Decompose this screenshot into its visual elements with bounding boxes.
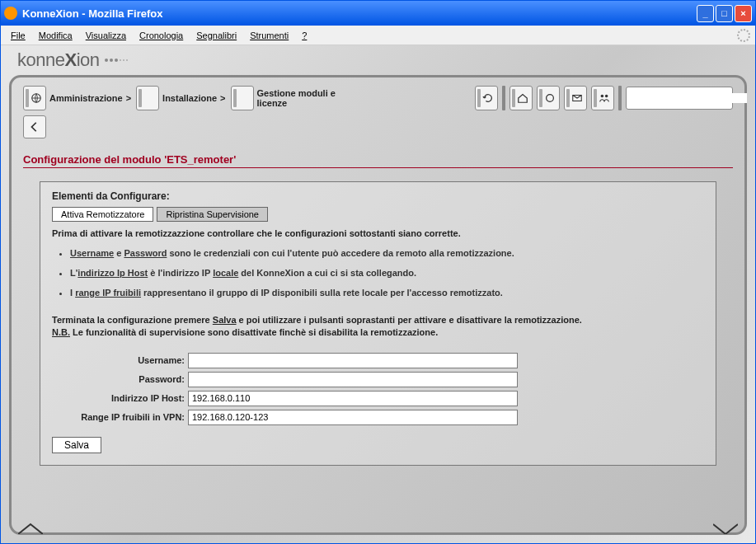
toolbar-right	[475, 86, 733, 110]
password-input[interactable]	[188, 372, 518, 387]
breadcrumb-toolbar: Amministrazione > Installazione > Gestio…	[23, 86, 733, 110]
menu-edit[interactable]: Modifica	[34, 29, 77, 42]
separator	[618, 86, 622, 110]
back-row	[23, 115, 733, 138]
row-range: Range IP fruibili in VPN:	[52, 410, 704, 425]
minimize-button[interactable]: _	[697, 5, 714, 22]
back-button[interactable]	[23, 115, 46, 138]
svg-point-3	[600, 95, 603, 98]
row-iphost: Indirizzo IP Host:	[52, 391, 704, 406]
username-input[interactable]	[188, 353, 518, 368]
save-button[interactable]: Salva	[52, 437, 101, 453]
titlebar: KonneXion - Mozilla Firefox _ □ ×	[1, 1, 755, 26]
svg-point-4	[604, 95, 608, 98]
maximize-button[interactable]: □	[716, 5, 733, 22]
intro-text: Prima di attivare la remotizzazzione con…	[52, 228, 704, 238]
search-box[interactable]	[626, 87, 733, 110]
svg-point-1	[546, 95, 553, 102]
bullet-range: I range IP fruibili rappresentano il gru…	[70, 288, 704, 298]
main-panel: Amministrazione > Installazione > Gestio…	[9, 75, 747, 535]
menu-bookmarks[interactable]: Segnalibri	[191, 29, 242, 42]
username-label: Username:	[52, 355, 188, 365]
brand-logo: konneXion	[1, 45, 755, 75]
mail-icon[interactable]	[564, 86, 587, 110]
close-button[interactable]: ×	[735, 5, 752, 22]
world-icon[interactable]	[537, 86, 560, 110]
iphost-input[interactable]	[188, 391, 518, 406]
globe-icon	[23, 86, 46, 110]
note-text: Terminata la configurazione premere Salv…	[52, 314, 704, 340]
config-box: Elementi da Configurare: Attiva Remotizz…	[40, 181, 716, 466]
range-input[interactable]	[188, 410, 518, 425]
breadcrumb-admin[interactable]: Amministrazione >	[23, 86, 131, 110]
tab-activate-remoter[interactable]: Attiva Remotizzatore	[52, 207, 153, 222]
menu-view[interactable]: Visualizza	[81, 29, 131, 42]
blank-icon	[231, 86, 254, 110]
tab-restore-supervision[interactable]: Ripristina Supervisione	[157, 207, 268, 222]
brand-dots-icon	[105, 59, 128, 62]
password-label: Password:	[52, 374, 188, 384]
separator	[502, 86, 505, 110]
window-buttons: _ □ ×	[697, 5, 752, 22]
breadcrumb-install[interactable]: Installazione >	[136, 86, 225, 110]
menu-file[interactable]: File	[6, 29, 31, 42]
window-title: KonneXion - Mozilla Firefox	[22, 7, 697, 20]
breadcrumb-modules[interactable]: Gestione moduli e licenze	[231, 86, 356, 110]
row-username: Username:	[52, 353, 704, 368]
range-label: Range IP fruibili in VPN:	[52, 412, 188, 422]
config-title: Elementi da Configurare:	[52, 190, 704, 202]
tab-buttons: Attiva Remotizzatore Ripristina Supervis…	[52, 207, 704, 222]
blank-icon	[136, 86, 159, 110]
bullet-credentials: Username e Password sono le credenziali …	[70, 248, 704, 258]
search-input[interactable]	[627, 93, 747, 103]
window: KonneXion - Mozilla Firefox _ □ × File M…	[0, 0, 756, 544]
bullet-iphost: L'indirizzo Ip Host è l'indirizzo IP loc…	[70, 268, 704, 278]
content-area: konneXion Amministrazione > Installazion…	[1, 45, 755, 543]
panel-corners	[18, 523, 738, 534]
row-password: Password:	[52, 372, 704, 387]
page-loading-icon	[737, 29, 750, 42]
menu-help[interactable]: ?	[297, 29, 312, 42]
home-icon[interactable]	[509, 86, 533, 110]
bullet-list: Username e Password sono le credenziali …	[52, 248, 704, 298]
firefox-icon	[4, 7, 17, 20]
chevron-left-icon	[29, 121, 40, 133]
config-heading: Configurazione del modulo 'ETS_remoter'	[23, 153, 733, 168]
users-icon[interactable]	[591, 86, 614, 110]
iphost-label: Indirizzo IP Host:	[52, 393, 188, 403]
config-form: Username: Password: Indirizzo IP Host: R…	[52, 353, 704, 453]
refresh-icon[interactable]	[475, 86, 498, 110]
menu-history[interactable]: Cronologia	[134, 29, 188, 42]
menu-tools[interactable]: Strumenti	[245, 29, 293, 42]
menubar: File Modifica Visualizza Cronologia Segn…	[1, 26, 755, 45]
